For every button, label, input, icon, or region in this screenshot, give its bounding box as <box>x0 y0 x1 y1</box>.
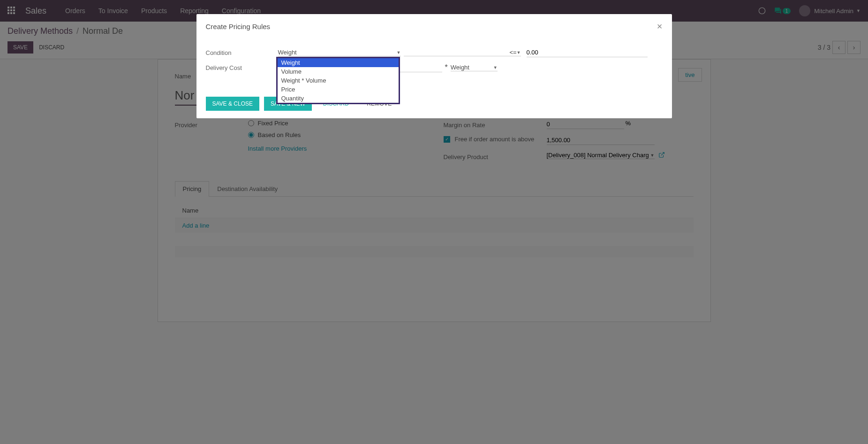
delivery-cost-label: Delivery Cost <box>206 64 278 71</box>
caret-down-icon: ▼ <box>397 50 401 55</box>
operator-value: <= <box>404 49 517 56</box>
operator-select[interactable]: <= ▼ <box>404 49 521 56</box>
option-weight[interactable]: Weight <box>278 58 399 67</box>
caret-down-icon: ▼ <box>517 50 521 55</box>
cost-unit-value: Weight <box>451 64 493 71</box>
create-pricing-rules-modal: Create Pricing Rules × Condition Weight … <box>196 14 672 118</box>
close-icon[interactable]: × <box>657 22 663 31</box>
save-close-button[interactable]: Save & Close <box>206 97 259 111</box>
modal-title: Create Pricing Rules <box>206 23 271 31</box>
option-weight-volume[interactable]: Weight * Volume <box>278 76 399 85</box>
option-volume[interactable]: Volume <box>278 67 399 76</box>
caret-down-icon: ▼ <box>493 65 498 70</box>
option-price[interactable]: Price <box>278 85 399 94</box>
condition-label: Condition <box>206 49 278 56</box>
cost-unit-select[interactable]: Weight ▼ <box>451 64 498 71</box>
modal-backdrop: Create Pricing Rules × Condition Weight … <box>0 0 868 322</box>
option-quantity[interactable]: Quantity <box>278 94 399 103</box>
condition-value-input[interactable] <box>527 48 648 57</box>
condition-field-value: Weight <box>278 49 397 56</box>
multiply-star: * <box>445 63 448 72</box>
condition-dropdown: Weight Volume Weight * Volume Price Quan… <box>276 57 400 104</box>
condition-field-select[interactable]: Weight ▼ Weight Volume Weight * Volume P… <box>278 49 401 56</box>
